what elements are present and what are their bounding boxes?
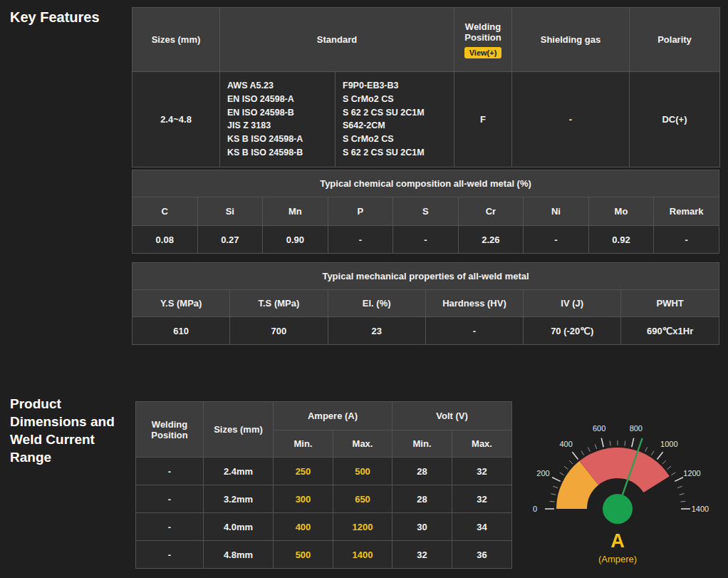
ampere-gauge: 0200400600800100012001400 A (Ampere) (514, 396, 721, 564)
cell-welding-position: - (136, 485, 204, 513)
col-header-ampere-min: Min. (274, 430, 333, 458)
gauge-tick (550, 501, 555, 502)
gauge-tick (564, 466, 568, 469)
cell-size: 4.8mm (204, 541, 274, 569)
col-header-cr: Cr (458, 197, 524, 226)
gauge-tick (610, 441, 610, 446)
cell-pwht: 690℃x1Hr (621, 317, 719, 345)
cell-welding-position: F (454, 72, 512, 167)
col-header-welding-position: Welding Position View(+) (454, 8, 512, 72)
cell-el: 23 (328, 317, 425, 345)
cell-c: 0.08 (132, 226, 198, 254)
cell-mo: 0.92 (588, 226, 654, 254)
section-heading-product-dimensions: Product Dimensions and Weld Current Rang… (10, 395, 130, 466)
cell-volt-min: 28 (392, 485, 452, 513)
cell-ts: 700 (230, 317, 328, 345)
col-header-s: S (393, 197, 459, 226)
gauge-tick-label: 0 (533, 505, 537, 513)
col-header-iv: IV (J) (524, 290, 621, 317)
gauge-tick-label: 1000 (660, 440, 677, 448)
chemical-table-title: Typical chemical composition all-weld me… (132, 170, 719, 197)
cell-polarity: DC(+) (630, 72, 720, 167)
col-header-sizes: Sizes (mm) (132, 8, 220, 72)
gauge-tick (551, 494, 556, 495)
table-row: - 2.4mm 250 500 28 32 (136, 458, 512, 485)
gauge-tick (671, 473, 675, 475)
cell-volt-max: 32 (452, 458, 512, 485)
section-heading-key-features: Key Features (10, 9, 100, 26)
cell-remark: - (654, 226, 719, 254)
table-row: 2.4~4.8 AWS A5.23 EN ISO 24598-A EN ISO … (132, 72, 720, 167)
cell-standard-classifications: F9P0-EB3-B3 S CrMo2 CS S 62 2 CS SU 2C1M… (336, 72, 454, 167)
gauge-tick-label: 1400 (692, 505, 709, 513)
cell-volt-min: 32 (392, 541, 452, 569)
col-header-volt-min: Min. (392, 430, 452, 458)
cell-ampere-max: 1200 (333, 513, 392, 541)
gauge-tick (581, 451, 584, 455)
cell-welding-position: - (136, 513, 204, 541)
cell-ampere-max: 650 (333, 485, 392, 513)
table-title-row: Typical mechanical properties of all-wel… (132, 263, 719, 290)
welding-position-label: Welding Position (457, 21, 509, 43)
col-header-mo: Mo (588, 197, 654, 226)
col-header-mn: Mn (263, 197, 328, 226)
gauge-tick (625, 441, 625, 446)
gauge-tick (632, 438, 634, 448)
gauge-tick (675, 478, 683, 482)
gauge-tick (552, 478, 561, 482)
col-header-ys: Y.S (MPa) (132, 290, 230, 317)
gauge-tick (651, 451, 654, 455)
gauge-tick (645, 448, 648, 452)
cell-ampere-min: 400 (274, 513, 333, 541)
cell-shielding-gas: - (512, 72, 630, 167)
gauge-unit-caption: (Ampere) (514, 554, 721, 564)
col-header-standard: Standard (220, 8, 454, 72)
gauge-tick (677, 486, 682, 487)
cell-ampere-max: 500 (333, 458, 392, 485)
cell-ys: 610 (132, 317, 230, 345)
gauge-tick-label: 800 (630, 424, 643, 433)
cell-si: 0.27 (197, 226, 263, 254)
cell-s: - (393, 226, 459, 254)
gauge-tick (601, 438, 603, 448)
table-header-row: Y.S (MPa) T.S (MPa) El. (%) Hardness (HV… (132, 290, 719, 317)
weld-current-range-table: Welding Position Sizes (mm) Ampere (A) V… (135, 401, 512, 569)
cell-p: - (328, 226, 393, 254)
key-features-table: Sizes (mm) Standard Welding Position Vie… (132, 7, 720, 167)
cell-volt-min: 28 (392, 458, 452, 485)
cell-size: 2.4mm (204, 458, 274, 485)
gauge-tick (657, 452, 662, 459)
col-header-polarity: Polarity (630, 8, 720, 72)
gauge-tick-label: 200 (536, 469, 549, 478)
table-row: - 4.0mm 400 1200 30 34 (136, 513, 512, 541)
cell-ampere-min: 250 (274, 458, 333, 485)
table-header-row: C Si Mn P S Cr Ni Mo Remark (132, 197, 719, 226)
cell-iv: 70 (-20℃) (524, 317, 621, 345)
cell-ampere-max: 1400 (333, 541, 392, 569)
view-expand-button[interactable]: View(+) (464, 47, 502, 58)
mechanical-properties-table: Typical mechanical properties of all-wel… (132, 262, 719, 345)
col-header-pwht: PWHT (621, 290, 719, 317)
table-row: - 4.8mm 500 1400 32 36 (136, 541, 512, 569)
gauge-tick (662, 460, 666, 464)
col-header-ampere-max: Max. (333, 430, 392, 458)
cell-size: 3.2mm (204, 485, 274, 513)
col-header-volt: Volt (V) (392, 402, 512, 430)
chemical-composition-table: Typical chemical composition all-weld me… (132, 170, 719, 254)
gauge-tick (667, 466, 671, 469)
page: Key Features Product Dimensions and Weld… (0, 0, 728, 578)
gauge-tick-label: 400 (560, 440, 573, 448)
table-row: 610 700 23 - 70 (-20℃) 690℃x1Hr (132, 317, 719, 345)
table-header-row: Welding Position Sizes (mm) Ampere (A) V… (136, 402, 512, 430)
table-row: - 3.2mm 300 650 28 32 (136, 485, 512, 513)
cell-welding-position: - (136, 541, 204, 569)
col-header-hardness: Hardness (HV) (425, 290, 523, 317)
gauge-tick (553, 486, 558, 487)
col-header-el: El. (%) (328, 290, 425, 317)
col-header-c: C (132, 197, 198, 226)
cell-size: 4.0mm (204, 513, 274, 541)
gauge-tick (588, 448, 590, 452)
col-header-ampere: Ampere (A) (274, 402, 392, 430)
col-header-ni: Ni (524, 197, 589, 226)
table-row: 0.08 0.27 0.90 - - 2.26 - 0.92 - (132, 226, 719, 254)
